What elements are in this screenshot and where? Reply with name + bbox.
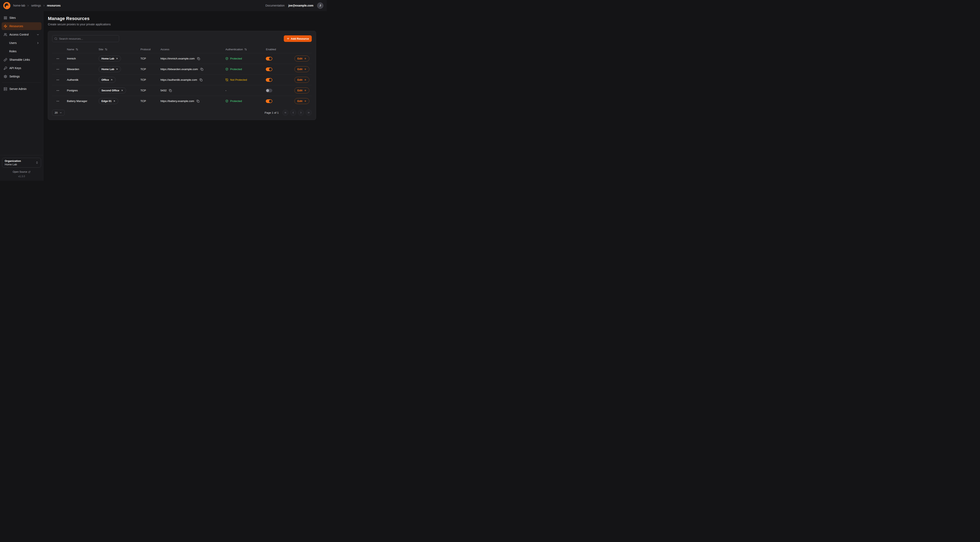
open-source-link[interactable]: Open Source — [2, 171, 41, 173]
breadcrumb-home-lab[interactable]: home-lab — [13, 4, 25, 7]
copy-icon[interactable] — [197, 57, 200, 61]
search-input[interactable] — [59, 37, 117, 40]
sidebar-item-server-admin[interactable]: Server Admin — [2, 85, 41, 93]
edit-button[interactable]: Edit — [294, 56, 309, 62]
ellipsis-icon — [56, 57, 59, 60]
app-logo-icon[interactable] — [3, 2, 10, 9]
documentation-link[interactable]: Documentation — [266, 4, 285, 7]
copy-icon[interactable] — [168, 89, 172, 92]
sites-icon — [4, 16, 7, 20]
edit-label: Edit — [297, 78, 302, 81]
next-page-button[interactable] — [298, 110, 304, 116]
copy-icon[interactable] — [196, 99, 200, 103]
table-row: ImmichHome LabTCPhttps://immich.example.… — [52, 53, 312, 64]
sidebar-item-resources[interactable]: Resources — [2, 22, 41, 30]
site-link-button[interactable]: Second Office — [99, 88, 126, 93]
external-link-icon — [113, 100, 115, 102]
auth-status: Protected — [230, 57, 242, 60]
chevron-down-icon — [37, 33, 40, 36]
row-menu-button[interactable] — [55, 98, 60, 104]
enabled-toggle[interactable] — [266, 78, 272, 82]
edit-button[interactable]: Edit — [294, 88, 309, 93]
sidebar-item-roles[interactable]: Roles — [2, 48, 41, 55]
app-version: v1.3.0 — [2, 175, 41, 178]
resource-name: Bitwarden — [64, 68, 95, 71]
arrow-right-icon — [304, 89, 307, 92]
sidebar-item-sites[interactable]: Sites — [2, 14, 41, 22]
access-value: https://authentik.example.com — [161, 78, 197, 81]
site-name: Home Lab — [101, 57, 114, 60]
sidebar-item-label: Resources — [10, 24, 23, 28]
prev-page-button[interactable] — [290, 110, 296, 116]
search-icon — [54, 37, 57, 40]
enabled-toggle[interactable] — [266, 99, 272, 103]
copy-icon[interactable] — [200, 67, 204, 71]
header-label: Name — [67, 48, 74, 51]
breadcrumb-settings[interactable]: settings — [31, 4, 41, 7]
sidebar-item-users[interactable]: Users — [2, 39, 41, 47]
row-menu-button[interactable] — [55, 77, 60, 83]
header-access: Access — [157, 48, 222, 51]
header-site[interactable]: Site — [95, 48, 137, 51]
sidebar-item-api-keys[interactable]: API Keys — [2, 64, 41, 72]
site-link-button[interactable]: Home Lab — [99, 66, 121, 72]
pager: Page 1 of 1 — [264, 110, 312, 116]
sidebar-item-label: Access Control — [10, 33, 29, 36]
site-name: Home Lab — [101, 68, 114, 71]
header-authentication[interactable]: Authentication — [222, 48, 262, 51]
sidebar-footer: Organization Home Lab Open Source v1.3.0 — [0, 155, 43, 181]
shield-check-icon — [225, 68, 228, 71]
organization-selector[interactable]: Organization Home Lab — [2, 158, 41, 167]
header-label: Authentication — [225, 48, 243, 51]
add-resource-button[interactable]: Add Resource — [284, 35, 312, 42]
access-value: https://immich.example.com — [161, 57, 194, 60]
site-link-button[interactable]: Office — [99, 77, 116, 83]
page-size-select[interactable]: 20 — [52, 110, 64, 116]
row-menu-button[interactable] — [55, 56, 60, 62]
access-value: https://battery.example.com — [161, 99, 194, 103]
edit-button[interactable]: Edit — [294, 66, 309, 72]
edit-button[interactable]: Edit — [294, 77, 309, 83]
sidebar-item-label: Users — [9, 41, 17, 45]
enabled-toggle[interactable] — [266, 89, 272, 92]
sidebar-item-access-control[interactable]: Access Control — [2, 31, 41, 38]
row-menu-button[interactable] — [55, 88, 60, 93]
header-label: Site — [99, 48, 103, 51]
row-menu-button[interactable] — [55, 67, 60, 72]
topbar: home-lab settings resources Documentatio… — [0, 0, 327, 11]
sidebar-item-shareable-links[interactable]: Shareable Links — [2, 56, 41, 64]
table-row: BitwardenHome LabTCPhttps://bitwarden.ex… — [52, 64, 312, 74]
first-page-button[interactable] — [282, 110, 288, 116]
external-link-icon — [110, 79, 113, 81]
copy-icon[interactable] — [199, 78, 203, 82]
external-link-icon — [116, 57, 118, 60]
sidebar-item-label: Settings — [10, 75, 20, 78]
arrow-right-icon — [304, 100, 307, 102]
last-page-button[interactable] — [305, 110, 312, 116]
header-enabled: Enabled — [262, 48, 291, 51]
external-link-icon — [116, 68, 118, 70]
enabled-toggle[interactable] — [266, 67, 272, 71]
edit-label: Edit — [297, 99, 302, 103]
site-link-button[interactable]: Edge 01 — [99, 98, 118, 104]
toggle-knob — [269, 68, 272, 71]
site-link-button[interactable]: Home Lab — [99, 56, 121, 62]
sort-icon — [76, 48, 78, 51]
avatar[interactable]: J — [317, 2, 323, 9]
sidebar-item-label: Roles — [9, 49, 16, 53]
sidebar-nav: Sites Resources Access Control User — [0, 11, 43, 155]
sidebar-item-settings[interactable]: Settings — [2, 73, 41, 80]
edit-button[interactable]: Edit — [294, 98, 309, 104]
key-icon — [4, 67, 7, 70]
enabled-toggle[interactable] — [266, 57, 272, 61]
header-label: Protocol — [140, 48, 151, 51]
auth-status: Protected — [230, 68, 242, 71]
arrow-right-icon — [304, 57, 307, 60]
sidebar-item-label: Server Admin — [10, 87, 27, 91]
header-name[interactable]: Name — [64, 48, 95, 51]
table-body: ImmichHome LabTCPhttps://immich.example.… — [52, 53, 312, 106]
access-value: https://bitwarden.example.com — [161, 68, 198, 71]
protocol-value: TCP — [137, 99, 157, 103]
user-email[interactable]: joe@example.com — [288, 4, 313, 7]
search-box — [52, 35, 119, 42]
